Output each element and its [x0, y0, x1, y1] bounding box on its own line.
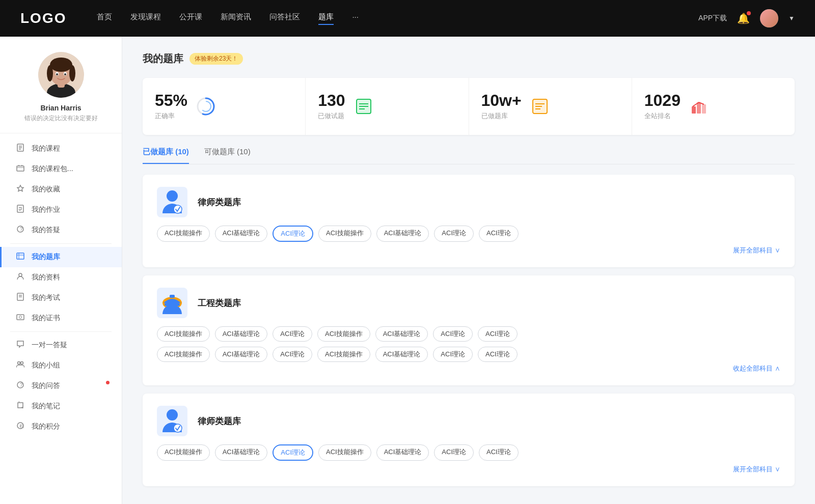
nav-questionbank[interactable]: 题库 — [318, 12, 334, 25]
svg-rect-60 — [170, 295, 175, 298]
svg-point-42 — [201, 101, 211, 111]
tag-2-12[interactable]: ACI基础理论 — [375, 347, 428, 362]
svg-point-57 — [174, 205, 182, 213]
sidebar-item-myexam[interactable]: 我的考试 — [0, 288, 122, 308]
app-download-button[interactable]: APP下载 — [698, 14, 727, 23]
svg-point-32 — [19, 316, 22, 319]
bank-card-3: 律师类题库 ACI技能操作 ACI基础理论 ACI理论 ACI技能操作 ACI基… — [143, 394, 795, 486]
tag-1-7[interactable]: ACI理论 — [479, 226, 519, 242]
nav-discover[interactable]: 发现课程 — [130, 12, 161, 25]
tag-2-10[interactable]: ACI理论 — [273, 347, 312, 362]
stat-rank: 1029 全站排名 — [632, 78, 795, 135]
tag-1-6[interactable]: ACI理论 — [434, 226, 474, 242]
sidebar-item-mypoints[interactable]: 积 我的积分 — [0, 416, 122, 437]
stat-accuracy-label: 正确率 — [155, 111, 187, 121]
svg-point-34 — [21, 362, 23, 365]
bank-card-2-icon — [157, 288, 187, 318]
navbar-right: APP下载 🔔 ▼ — [698, 9, 795, 27]
tag-2-6[interactable]: ACI理论 — [433, 326, 473, 342]
stat-accuracy-value: 55% — [155, 92, 187, 108]
bank-card-2-tags-row1: ACI技能操作 ACI基础理论 ACI理论 ACI技能操作 ACI基础理论 AC… — [157, 326, 780, 342]
stat-accuracy: 55% 正确率 — [143, 78, 306, 135]
sidebar-label-myqa: 我的答疑 — [32, 226, 60, 235]
svg-point-10 — [64, 73, 66, 75]
tag-2-11[interactable]: ACI技能操作 — [317, 347, 370, 362]
tag-3-3[interactable]: ACI理论 — [273, 444, 313, 461]
sidebar-label-mypackage: 我的课程包... — [32, 164, 73, 174]
bank-card-2-collapse[interactable]: 收起全部科目 ∧ — [157, 364, 780, 373]
bank-card-1-expand[interactable]: 展开全部科目 ∨ — [157, 246, 780, 255]
stat-rank-label: 全站排名 — [644, 111, 681, 121]
sidebar-item-mycert[interactable]: 我的证书 — [0, 308, 122, 328]
sidebar-item-myqa[interactable]: ? 我的答疑 — [0, 220, 122, 240]
stat-done-banks: 10w+ 已做题库 — [469, 78, 632, 135]
svg-rect-55 — [702, 104, 706, 114]
nav-news[interactable]: 新闻资讯 — [221, 12, 251, 25]
mynotes-icon — [15, 401, 25, 411]
sidebar-item-myquestions[interactable]: ? 我的问答 — [0, 376, 122, 396]
sidebar-item-tutoring[interactable]: 一对一答疑 — [0, 335, 122, 355]
page-header: 我的题库 体验剩余23天！ — [143, 52, 795, 66]
tag-2-2[interactable]: ACI基础理论 — [215, 326, 268, 342]
sidebar-label-myprofile: 我的资料 — [32, 273, 60, 282]
sidebar-divider-2 — [10, 331, 112, 332]
myfavorites-icon — [15, 184, 25, 194]
sidebar-item-myfavorites[interactable]: 我的收藏 — [0, 179, 122, 200]
nav-home[interactable]: 首页 — [97, 12, 112, 25]
sidebar-label-myquestions: 我的问答 — [32, 381, 60, 390]
bank-card-2: 工程类题库 ACI技能操作 ACI基础理论 ACI理论 ACI技能操作 ACI基… — [143, 275, 795, 385]
tag-1-3[interactable]: ACI理论 — [273, 226, 313, 242]
sidebar-item-mycourse[interactable]: 我的课程 — [0, 138, 122, 159]
tag-2-14[interactable]: ACI理论 — [478, 347, 518, 362]
sidebar-item-mypackage[interactable]: 我的课程包... — [0, 159, 122, 179]
tag-2-9[interactable]: ACI基础理论 — [215, 347, 268, 362]
stat-done-questions: 130 已做试题 — [306, 78, 469, 135]
svg-text:?: ? — [20, 227, 23, 232]
tag-3-6[interactable]: ACI理论 — [434, 444, 474, 461]
svg-point-6 — [69, 65, 75, 81]
bank-card-1-icon — [157, 187, 187, 217]
nav-qa[interactable]: 问答社区 — [269, 12, 300, 25]
sidebar-item-myhomework[interactable]: 我的作业 — [0, 200, 122, 220]
user-avatar[interactable] — [760, 9, 778, 27]
sidebar-item-myprofile[interactable]: 我的资料 — [0, 267, 122, 288]
myquestionbank-icon — [15, 252, 25, 262]
nav-opencourse[interactable]: 公开课 — [179, 12, 202, 25]
tag-3-4[interactable]: ACI技能操作 — [318, 444, 371, 461]
notification-bell[interactable]: 🔔 — [737, 12, 750, 24]
tag-3-7[interactable]: ACI理论 — [479, 444, 519, 461]
svg-point-33 — [18, 362, 20, 365]
stat-done-questions-label: 已做试题 — [318, 111, 345, 121]
tag-2-13[interactable]: ACI理论 — [433, 347, 473, 362]
tag-3-5[interactable]: ACI基础理论 — [376, 444, 429, 461]
tag-3-1[interactable]: ACI技能操作 — [157, 444, 210, 461]
tab-done-banks[interactable]: 已做题库 (10) — [143, 147, 189, 164]
sidebar-label-tutoring: 一对一答疑 — [32, 341, 67, 350]
tag-1-5[interactable]: ACI基础理论 — [376, 226, 429, 242]
bank-card-3-expand[interactable]: 展开全部科目 ∨ — [157, 465, 780, 474]
tag-1-2[interactable]: ACI基础理论 — [215, 226, 268, 242]
accuracy-icon — [196, 96, 216, 117]
tag-2-3[interactable]: ACI理论 — [273, 326, 312, 342]
done-banks-icon — [530, 96, 550, 117]
tag-2-8[interactable]: ACI技能操作 — [157, 347, 210, 362]
sidebar-item-myquestionbank[interactable]: 我的题库 — [0, 247, 122, 267]
svg-point-62 — [174, 424, 182, 432]
tag-1-4[interactable]: ACI技能操作 — [318, 226, 371, 242]
tag-2-5[interactable]: ACI基础理论 — [375, 326, 428, 342]
tag-3-2[interactable]: ACI基础理论 — [215, 444, 268, 461]
tag-2-7[interactable]: ACI理论 — [478, 326, 518, 342]
sidebar-item-mynotes[interactable]: 我的笔记 — [0, 396, 122, 416]
tag-2-4[interactable]: ACI技能操作 — [317, 326, 370, 342]
sidebar-item-mygroup[interactable]: 我的小组 — [0, 355, 122, 376]
tab-available-banks[interactable]: 可做题库 (10) — [204, 147, 251, 164]
tag-2-1[interactable]: ACI技能操作 — [157, 326, 210, 342]
avatar-chevron-icon[interactable]: ▼ — [789, 15, 795, 22]
logo[interactable]: LOGO — [20, 10, 66, 26]
stat-done-questions-value: 130 — [318, 92, 345, 108]
bank-card-3-icon — [157, 406, 187, 436]
nav-more[interactable]: ··· — [352, 12, 359, 25]
mycert-icon — [15, 313, 25, 323]
tag-1-1[interactable]: ACI技能操作 — [157, 226, 210, 242]
avatar-image — [760, 9, 778, 27]
